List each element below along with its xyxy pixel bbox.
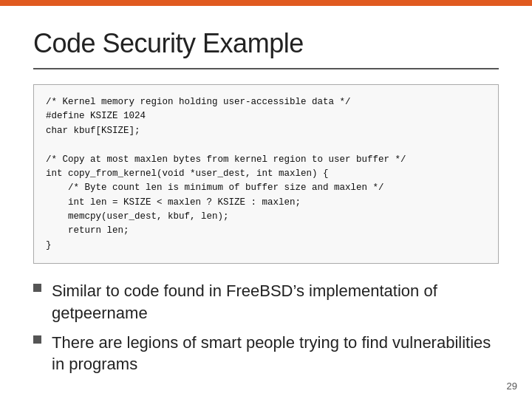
slide-title: Code Security Example — [33, 28, 499, 59]
bullet-icon — [33, 284, 41, 292]
code-block: /* Kernel memory region holding user-acc… — [33, 84, 499, 264]
top-bar — [0, 0, 532, 6]
list-item: There are legions of smart people trying… — [33, 332, 499, 375]
bullet-icon — [33, 335, 41, 344]
bullet-list: Similar to code found in FreeBSD’s imple… — [33, 280, 499, 375]
title-divider — [33, 68, 499, 69]
list-item: Similar to code found in FreeBSD’s imple… — [33, 280, 499, 324]
bullet-text-1: Similar to code found in FreeBSD’s imple… — [52, 280, 499, 324]
bullet-text-2: There are legions of smart people trying… — [52, 332, 499, 375]
slide-container: Code Security Example /* Kernel memory r… — [0, 6, 532, 399]
slide-number: 29 — [507, 381, 517, 392]
